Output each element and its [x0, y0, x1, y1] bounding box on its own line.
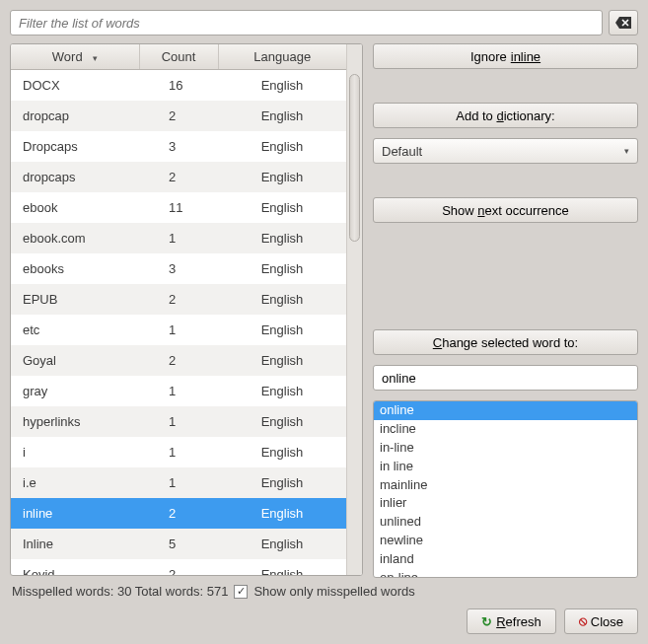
add-to-dictionary-button[interactable]: Add to dictionary: — [373, 103, 638, 128]
ignore-label-pre: Ignore — [470, 49, 507, 64]
table-row[interactable]: Kovid2English — [11, 559, 346, 575]
dictionary-value: Default — [382, 144, 422, 159]
suggestion-item[interactable]: online — [374, 401, 637, 420]
cell-language: English — [218, 437, 346, 467]
cell-word: ebook.com — [11, 223, 139, 253]
cell-language: English — [218, 101, 346, 131]
word-table: Word▾ Count Language DOCX16Englishdropca… — [10, 43, 363, 576]
suggestion-item[interactable]: inland — [374, 550, 637, 569]
suggestions-list: onlineinclinein-linein linemainlineinlie… — [373, 400, 638, 578]
ignore-label-word: inline — [511, 49, 540, 64]
cell-language: English — [218, 498, 346, 529]
backspace-icon — [615, 17, 631, 29]
close-icon: ⦸ — [579, 613, 587, 629]
cell-count: 1 — [139, 437, 218, 467]
cell-count: 1 — [139, 376, 218, 406]
suggestion-item[interactable]: in line — [374, 458, 637, 476]
show-misspelled-checkbox[interactable]: ✓ — [234, 585, 248, 599]
cell-count: 3 — [139, 131, 218, 162]
table-row[interactable]: i.e1English — [11, 467, 346, 498]
suggestion-item[interactable]: incline — [374, 420, 637, 439]
cell-word: i.e — [11, 467, 139, 498]
suggestion-item[interactable]: inlier — [374, 494, 637, 513]
cell-language: English — [218, 315, 346, 345]
table-scrollbar[interactable] — [346, 44, 362, 575]
table-row[interactable]: ebook.com1English — [11, 223, 346, 253]
cell-count: 2 — [139, 101, 218, 131]
change-word-input[interactable] — [373, 365, 638, 391]
cell-word: EPUB — [11, 284, 139, 315]
cell-count: 2 — [139, 498, 218, 529]
show-misspelled-label: Show only misspelled words — [253, 584, 414, 599]
cell-count: 5 — [139, 529, 218, 559]
cell-language: English — [218, 284, 346, 315]
suggestion-item[interactable]: mainline — [374, 476, 637, 495]
cell-count: 1 — [139, 223, 218, 253]
cell-count: 2 — [139, 162, 218, 192]
change-selected-word-button[interactable]: Change selected word to: — [373, 329, 638, 355]
table-row[interactable]: dropcap2English — [11, 101, 346, 131]
refresh-button[interactable]: ↻ Refresh — [467, 608, 556, 634]
cell-word: dropcaps — [11, 162, 139, 192]
cell-language: English — [218, 559, 346, 575]
table-row[interactable]: DOCX16English — [11, 70, 346, 102]
table-row[interactable]: i1English — [11, 437, 346, 467]
cell-count: 3 — [139, 253, 218, 284]
sort-indicator-icon: ▾ — [93, 53, 98, 63]
cell-word: inline — [11, 498, 139, 529]
cell-count: 16 — [139, 70, 218, 102]
close-button[interactable]: ⦸ Close — [564, 608, 638, 634]
table-row[interactable]: hyperlinks1English — [11, 406, 346, 437]
table-row[interactable]: inline2English — [11, 498, 346, 529]
table-row[interactable]: Dropcaps3English — [11, 131, 346, 162]
cell-count: 2 — [139, 345, 218, 376]
cell-count: 2 — [139, 559, 218, 575]
table-row[interactable]: EPUB2English — [11, 284, 346, 315]
cell-word: gray — [11, 376, 139, 406]
table-row[interactable]: ebook11English — [11, 192, 346, 223]
table-row[interactable]: etc1English — [11, 315, 346, 345]
cell-language: English — [218, 131, 346, 162]
cell-language: English — [218, 192, 346, 223]
cell-word: i — [11, 437, 139, 467]
column-header-count[interactable]: Count — [139, 44, 218, 70]
filter-input[interactable] — [10, 10, 603, 36]
show-next-occurrence-button[interactable]: Show next occurrence — [373, 197, 638, 223]
dictionary-select[interactable]: Default ▾ — [373, 138, 638, 164]
column-header-language[interactable]: Language — [218, 44, 346, 70]
cell-language: English — [218, 345, 346, 376]
suggestion-item[interactable]: newline — [374, 532, 637, 550]
cell-language: English — [218, 70, 346, 102]
scrollbar-thumb[interactable] — [349, 74, 360, 242]
cell-word: Goyal — [11, 345, 139, 376]
cell-word: Dropcaps — [11, 131, 139, 162]
cell-language: English — [218, 467, 346, 498]
cell-count: 1 — [139, 406, 218, 437]
status-text: Misspelled words: 30 Total words: 571 — [12, 584, 228, 599]
cell-word: ebooks — [11, 253, 139, 284]
table-row[interactable]: Inline5English — [11, 529, 346, 559]
cell-language: English — [218, 529, 346, 559]
table-row[interactable]: ebooks3English — [11, 253, 346, 284]
column-header-word[interactable]: Word▾ — [11, 44, 139, 70]
cell-word: Inline — [11, 529, 139, 559]
suggestion-item[interactable]: unlined — [374, 513, 637, 532]
cell-word: Kovid — [11, 559, 139, 575]
cell-word: etc — [11, 315, 139, 345]
clear-filter-button[interactable] — [609, 10, 638, 36]
cell-word: dropcap — [11, 101, 139, 131]
cell-count: 11 — [139, 192, 218, 223]
cell-count: 1 — [139, 467, 218, 498]
cell-word: hyperlinks — [11, 406, 139, 437]
cell-language: English — [218, 253, 346, 284]
suggestion-item[interactable]: on-line — [374, 569, 637, 578]
table-row[interactable]: dropcaps2English — [11, 162, 346, 192]
cell-word: DOCX — [11, 70, 139, 102]
cell-language: English — [218, 162, 346, 192]
suggestion-item[interactable]: in-line — [374, 439, 637, 458]
table-row[interactable]: gray1English — [11, 376, 346, 406]
refresh-icon: ↻ — [481, 614, 492, 629]
ignore-button[interactable]: Ignore inline — [373, 43, 638, 69]
cell-count: 2 — [139, 284, 218, 315]
table-row[interactable]: Goyal2English — [11, 345, 346, 376]
